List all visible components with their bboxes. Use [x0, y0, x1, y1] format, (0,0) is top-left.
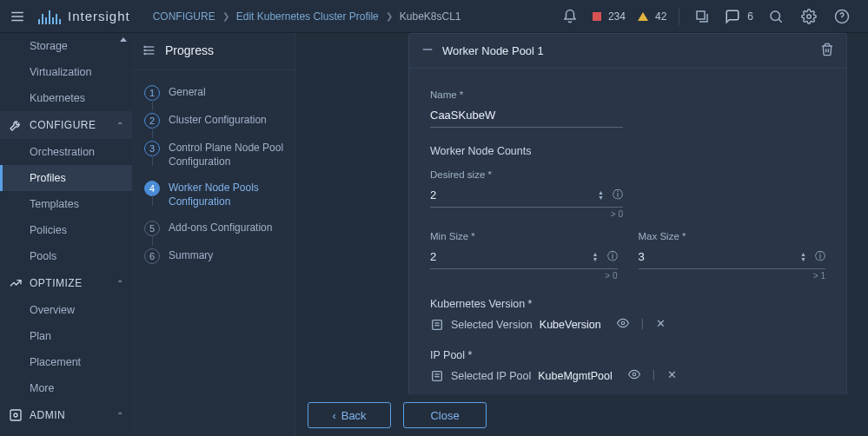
sidebar-group-admin[interactable]: ADMIN ⌃ [0, 401, 132, 429]
step-number: 1 [144, 85, 160, 101]
collapse-icon[interactable] [421, 43, 434, 58]
sidebar-item-more[interactable]: More [0, 375, 132, 401]
sidebar-item-profiles[interactable]: Profiles [0, 165, 132, 191]
breadcrumb-mid[interactable]: Edit Kubernetes Cluster Profile [236, 10, 379, 23]
step-general[interactable]: 1General [144, 79, 286, 107]
info-icon[interactable]: ⓘ [613, 188, 623, 202]
sidebar-group-label: OPTIMIZE [30, 277, 83, 289]
step-control-plane[interactable]: 3Control Plane Node Pool Configuration [144, 135, 286, 175]
sidebar-item-targets[interactable]: Targets [0, 429, 132, 436]
help-icon[interactable] [832, 6, 852, 27]
min-input-wrap: ▲▼ ⓘ [430, 245, 618, 269]
chip-actions: | ✕ [613, 317, 669, 332]
scroll-up-icon[interactable] [118, 33, 129, 43]
chat-count: 6 [747, 10, 753, 23]
min-input[interactable] [430, 245, 589, 268]
separator: | [649, 368, 659, 383]
svg-point-15 [144, 46, 145, 47]
search-icon[interactable] [765, 6, 786, 27]
delete-icon[interactable] [820, 43, 834, 59]
topbar: Intersight CONFIGURE ❯ Edit Kubernetes C… [0, 0, 868, 33]
selected-version-prefix: Selected Version [451, 319, 533, 331]
tasks-icon[interactable] [692, 6, 712, 27]
chart-icon [9, 276, 23, 290]
close-button[interactable]: Close [403, 402, 487, 428]
bell-icon[interactable] [560, 6, 580, 27]
stepper-icons[interactable]: ▲▼ [797, 252, 810, 262]
sidebar-item-plan[interactable]: Plan [0, 323, 132, 349]
eye-icon[interactable] [613, 317, 633, 332]
main-area: Storage Virtualization Kubernetes CONFIG… [0, 33, 868, 436]
sidebar-group-configure[interactable]: CONFIGURE ⌃ [0, 111, 132, 139]
name-input-wrap [430, 103, 623, 128]
brand-logo[interactable]: Intersight [36, 9, 132, 24]
stepper-icons[interactable]: ▲▼ [594, 190, 607, 201]
svg-point-6 [807, 14, 812, 18]
step-number: 4 [144, 181, 160, 196]
sidebar-item-virtualization[interactable]: Virtualization [0, 59, 132, 85]
min-label: Min Size * [430, 231, 618, 241]
selected-version-value: KubeVersion [540, 319, 601, 331]
ip-pool-label: IP Pool * [430, 349, 825, 361]
footer-bar: ‹ Back Close [295, 394, 868, 436]
chat-button[interactable]: 6 [725, 9, 753, 24]
sidebar-item-policies[interactable]: Policies [0, 217, 132, 243]
breadcrumb-root[interactable]: CONFIGURE [153, 10, 215, 23]
sidebar-group-label: CONFIGURE [30, 119, 96, 131]
back-button[interactable]: ‹ Back [308, 402, 391, 428]
sidebar-group-optimize[interactable]: OPTIMIZE ⌃ [0, 269, 132, 297]
max-input[interactable] [639, 245, 798, 268]
svg-point-22 [621, 321, 625, 325]
alert-warnings[interactable]: 42 [638, 10, 666, 23]
chevron-left-icon: ‹ [332, 409, 335, 422]
step-label: General [169, 85, 206, 100]
step-addons[interactable]: 5Add-ons Configuration [144, 215, 286, 242]
k8s-version-label: Kubernetes Version * [430, 298, 825, 310]
error-count: 234 [608, 10, 626, 23]
hamburger-icon[interactable] [7, 6, 28, 27]
sidebar-item-kubernetes[interactable]: Kubernetes [0, 85, 132, 111]
stepper-icons[interactable]: ▲▼ [589, 252, 602, 262]
desired-label: Desired size * [430, 169, 623, 180]
panel-header: Worker Node Pool 1 [409, 34, 846, 69]
step-label: Cluster Configuration [169, 113, 267, 128]
step-cluster-config[interactable]: 2Cluster Configuration [144, 107, 286, 135]
sidebar-item-templates[interactable]: Templates [0, 191, 132, 217]
step-summary[interactable]: 6Summary [144, 242, 286, 270]
selected-ip-value: KubeMgmtPool [538, 370, 612, 382]
eye-icon[interactable] [625, 368, 644, 383]
step-worker-pools[interactable]: 4Worker Node Pools Configuration [144, 175, 286, 215]
close-icon[interactable]: ✕ [664, 368, 680, 383]
alert-errors[interactable]: 234 [593, 10, 626, 23]
selected-ip-chip: Selected IP Pool KubeMgmtPool | ✕ [430, 368, 825, 383]
gear-icon[interactable] [798, 6, 819, 27]
close-icon[interactable]: ✕ [653, 317, 669, 332]
svg-point-16 [144, 50, 145, 50]
svg-line-5 [779, 19, 782, 23]
sidebar: Storage Virtualization Kubernetes CONFIG… [0, 33, 132, 436]
sidebar-item-pools[interactable]: Pools [0, 243, 132, 269]
progress-header: Progress [132, 33, 295, 70]
svg-rect-3 [697, 11, 705, 19]
selected-version-chip: Selected Version KubeVersion | ✕ [430, 317, 825, 332]
chevron-up-icon: ⌃ [116, 121, 124, 130]
min-helper: > 0 [430, 271, 618, 281]
warning-count: 42 [655, 10, 666, 23]
sidebar-item-placement[interactable]: Placement [0, 349, 132, 375]
counts-section-label: Worker Node Counts [430, 145, 825, 157]
name-input[interactable] [430, 103, 623, 127]
selected-ip-prefix: Selected IP Pool [451, 370, 531, 382]
info-icon[interactable]: ⓘ [607, 249, 618, 264]
svg-rect-10 [10, 410, 21, 420]
desired-input[interactable] [430, 183, 594, 207]
step-label: Add-ons Configuration [169, 221, 272, 235]
progress-icon [142, 43, 156, 57]
svg-point-17 [144, 53, 145, 54]
sidebar-item-storage[interactable]: Storage [0, 33, 132, 59]
sidebar-item-orchestration[interactable]: Orchestration [0, 139, 132, 165]
topbar-right: 234 42 6 [560, 6, 861, 27]
step-label: Control Plane Node Pool Configuration [169, 141, 286, 168]
chevron-right-icon: ❯ [222, 11, 229, 21]
info-icon[interactable]: ⓘ [815, 249, 825, 264]
sidebar-item-overview[interactable]: Overview [0, 297, 132, 323]
